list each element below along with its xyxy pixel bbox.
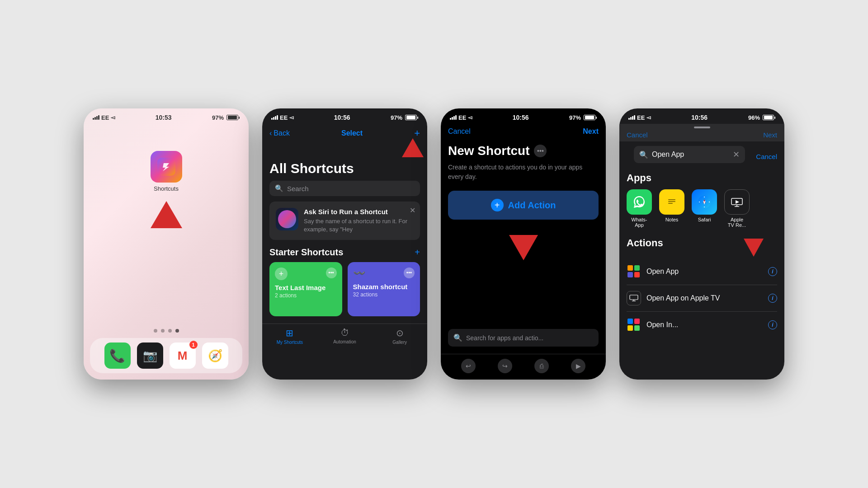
add-shortcut-button[interactable]: + bbox=[414, 127, 420, 139]
dot-3 bbox=[168, 329, 172, 333]
arrow-shortcuts bbox=[151, 201, 182, 228]
gc1 bbox=[627, 265, 633, 271]
tab-gallery-label: Gallery bbox=[392, 340, 407, 345]
phone2-tabbar: ⊞ My Shortcuts ⏱ Automation ⊙ Gallery bbox=[262, 324, 427, 348]
p2-signal bbox=[271, 115, 278, 120]
more-options-icon[interactable]: ••• bbox=[534, 145, 547, 157]
tab-automation-label: Automation bbox=[333, 339, 356, 344]
phone1-frame: EE ◅ 10:53 97% bbox=[84, 108, 249, 380]
dock-gmail[interactable]: M 1 bbox=[170, 343, 196, 369]
p4-next-faded[interactable]: Next bbox=[763, 131, 777, 139]
svg-rect-3 bbox=[668, 201, 675, 202]
phone4-frame: EE ◅ 10:56 96% Cancel Next bbox=[619, 108, 784, 380]
siri-card-close[interactable]: ✕ bbox=[410, 206, 415, 215]
dock-phone[interactable]: 📞 bbox=[104, 343, 131, 369]
tile-more-1[interactable]: ••• bbox=[326, 267, 337, 278]
action-open-in-left: Open In... bbox=[627, 318, 678, 332]
dock-safari[interactable]: 🧭 bbox=[202, 343, 228, 369]
app-whatsapp[interactable]: Whats-App bbox=[627, 189, 652, 228]
undo-button[interactable]: ↩ bbox=[461, 359, 476, 373]
p3sb1 bbox=[450, 118, 451, 120]
p2-battery-icon bbox=[405, 115, 418, 120]
p4-status-left: EE ◅ bbox=[628, 114, 651, 121]
dot-4 bbox=[175, 329, 179, 333]
search-placeholder: Search bbox=[287, 185, 309, 192]
p4-cancel-button[interactable]: Cancel bbox=[756, 153, 777, 160]
p3-status-left: EE ◅ bbox=[450, 114, 472, 121]
apps-section-title: Apps bbox=[627, 172, 777, 184]
tile-header-1: + ••• bbox=[275, 267, 337, 280]
add-action-button[interactable]: + Add Action bbox=[448, 191, 599, 220]
home-screen-content: Shortcuts bbox=[84, 124, 249, 329]
shortcuts-app-icon[interactable] bbox=[151, 151, 182, 183]
tab-automation[interactable]: ⏱ Automation bbox=[317, 328, 373, 345]
cancel-button-p3[interactable]: Cancel bbox=[448, 127, 471, 136]
phone4-search-bar[interactable]: 🔍 Open App ✕ bbox=[634, 146, 745, 163]
tab-gallery[interactable]: ⊙ Gallery bbox=[372, 328, 427, 345]
app-appletv[interactable]: AppleTV Re... bbox=[724, 189, 750, 228]
sb3 bbox=[275, 116, 276, 120]
tab-gallery-icon: ⊙ bbox=[396, 328, 404, 338]
arrow-plus bbox=[262, 138, 427, 157]
tile-add-1: + bbox=[275, 267, 288, 280]
phone1-status-bar: EE ◅ 10:53 97% bbox=[84, 108, 249, 124]
search-icon: 🔍 bbox=[275, 184, 283, 192]
open-app-tv-info[interactable]: i bbox=[768, 294, 777, 303]
next-button-p3[interactable]: Next bbox=[583, 127, 599, 136]
app-notes[interactable]: Notes bbox=[659, 189, 684, 228]
shazam-tile[interactable]: 〰️ ••• Shazam shortcut 32 actions bbox=[348, 262, 420, 316]
siri-card-desc: Say the name of a shortcut to run it. Fo… bbox=[304, 217, 414, 234]
open-in-grid-icon bbox=[627, 318, 641, 332]
share-button[interactable]: ⎙ bbox=[534, 359, 549, 373]
gmail-badge: 1 bbox=[189, 341, 198, 349]
add-action-plus-icon: + bbox=[491, 199, 504, 211]
p3-battery: 97% bbox=[569, 114, 581, 121]
back-button[interactable]: ‹ Back bbox=[269, 129, 290, 137]
wifi-icon: ◅ bbox=[111, 114, 115, 121]
search-clear-button[interactable]: ✕ bbox=[733, 150, 740, 160]
select-button[interactable]: Select bbox=[341, 129, 363, 137]
svg-marker-15 bbox=[736, 200, 739, 204]
sb2 bbox=[273, 117, 274, 120]
section-add[interactable]: + bbox=[415, 247, 420, 258]
siri-card: Ask Siri to Run a Shortcut Say the name … bbox=[269, 202, 420, 240]
gc4 bbox=[634, 272, 640, 277]
phone3-frame: EE ◅ 10:56 97% Cancel Next New Shortcut … bbox=[441, 108, 606, 380]
action-open-app-tv[interactable]: Open App on Apple TV i bbox=[627, 285, 777, 312]
add-action-label: Add Action bbox=[508, 200, 556, 211]
phone4-search-row: 🔍 Open App ✕ Cancel bbox=[619, 141, 784, 172]
signal-bar-3 bbox=[96, 116, 98, 120]
open-in-label: Open In... bbox=[646, 321, 678, 329]
appletv-label: AppleTV Re... bbox=[728, 217, 746, 228]
action-open-in[interactable]: Open In... i bbox=[627, 312, 777, 338]
p4-battery: 96% bbox=[748, 114, 760, 121]
search-actions-bar[interactable]: 🔍 Search for apps and actio... bbox=[448, 329, 599, 347]
run-button[interactable]: ▶ bbox=[571, 359, 585, 373]
tile-actions-1: 2 actions bbox=[275, 292, 337, 299]
search-input-value[interactable]: Open App bbox=[652, 150, 729, 159]
gc3 bbox=[627, 272, 633, 277]
action-open-app[interactable]: Open App i bbox=[627, 258, 777, 285]
phone2-search[interactable]: 🔍 Search bbox=[269, 181, 420, 196]
dock: 📞 📷 M 1 🧭 bbox=[90, 338, 242, 373]
redo-button[interactable]: ↪ bbox=[498, 359, 512, 373]
p4-cancel-faded[interactable]: Cancel bbox=[627, 131, 648, 139]
shortcuts-app[interactable]: Shortcuts bbox=[151, 151, 182, 192]
siri-card-content: Ask Siri to Run a Shortcut Say the name … bbox=[304, 208, 414, 234]
siri-icon bbox=[276, 208, 298, 230]
p3-time: 10:56 bbox=[513, 114, 529, 121]
p4-status-right: 96% bbox=[748, 114, 775, 121]
text-last-image-tile[interactable]: + ••• Text Last Image 2 actions bbox=[269, 262, 342, 316]
open-app-info[interactable]: i bbox=[768, 267, 777, 276]
dock-camera[interactable]: 📷 bbox=[137, 343, 163, 369]
tile-more-2[interactable]: ••• bbox=[404, 267, 415, 278]
app-safari[interactable]: Safari bbox=[692, 189, 717, 228]
arrow-notes bbox=[744, 239, 764, 257]
open-in-info[interactable]: i bbox=[768, 320, 777, 329]
tile-title-2: Shazam shortcut bbox=[353, 283, 415, 291]
open-app-label: Open App bbox=[646, 267, 679, 276]
tab-my-shortcuts[interactable]: ⊞ My Shortcuts bbox=[262, 328, 317, 345]
carrier-label: EE bbox=[101, 114, 109, 121]
p2-status-left: EE ◅ bbox=[271, 114, 293, 121]
phone4-faded-nav: Cancel Next bbox=[619, 124, 784, 141]
